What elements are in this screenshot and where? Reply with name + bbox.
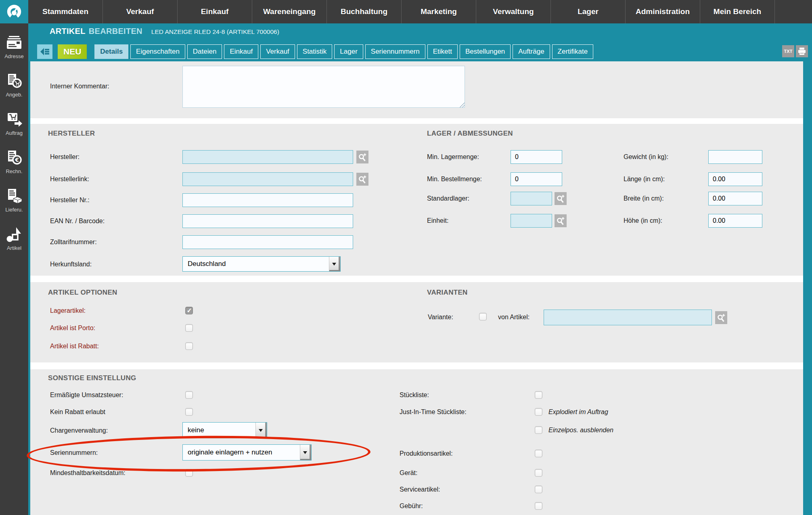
seriennummern-label: Seriennummern:	[50, 449, 98, 456]
nav-item-mein-bereich[interactable]: Mein Bereich	[700, 0, 775, 23]
search-plus-icon	[358, 153, 367, 162]
nav-item-administration[interactable]: Administration	[626, 0, 700, 23]
herstellerlink-input[interactable]	[182, 172, 353, 186]
gauge-logo-icon	[5, 3, 23, 21]
interner-kommentar-textarea[interactable]	[182, 66, 465, 108]
herkunftsland-select[interactable]: Deutschland	[182, 256, 341, 272]
variante-label: Variante:	[428, 314, 453, 321]
address-envelope-icon	[5, 34, 23, 52]
nav-item-verwaltung[interactable]: Verwaltung	[476, 0, 551, 23]
geraet-checkbox[interactable]	[535, 469, 542, 477]
sidebar-item-adresse[interactable]: Adresse	[4, 34, 24, 59]
tab-etikett[interactable]: Etikett	[427, 44, 458, 59]
gewicht-input[interactable]	[708, 150, 762, 164]
print-button[interactable]	[796, 45, 808, 57]
page-title-main: ARTIKEL	[50, 27, 86, 36]
von-artikel-label: von Artikel:	[498, 314, 529, 321]
produktionsartikel-checkbox[interactable]	[535, 450, 542, 457]
min-lagermenge-input[interactable]	[511, 150, 562, 164]
mindesthaltbarkeitsdatum-checkbox[interactable]	[185, 469, 193, 477]
von-artikel-search-button[interactable]	[715, 311, 727, 324]
ean-barcode-input[interactable]	[182, 214, 353, 228]
variante-checkbox[interactable]	[479, 313, 487, 320]
lagerartikel-checkbox[interactable]	[185, 307, 193, 314]
hersteller-nr-input[interactable]	[182, 193, 353, 207]
nav-item-wareneingang[interactable]: Wareneingang	[252, 0, 327, 23]
nav-item-stammdaten[interactable]: Stammdaten	[28, 0, 103, 23]
top-navigation: Stammdaten Verkauf Einkauf Wareneingang …	[0, 0, 812, 23]
seriennummern-select[interactable]: originale einlagern + nutzen	[182, 444, 312, 461]
ermaessigte-umsatzsteuer-label: Ermäßigte Umsatzsteuer:	[50, 391, 123, 399]
sidebar-item-label: Artikel	[7, 245, 21, 251]
einheit-search-button[interactable]	[555, 214, 567, 227]
chargenverwaltung-select[interactable]: keine	[182, 422, 267, 438]
standardlager-label: Standardlager:	[427, 195, 469, 202]
sidebar-item-lieferung[interactable]: Lieferu.	[5, 188, 23, 213]
einzelpos-ausblenden-label: Einzelpos. ausblenden	[548, 427, 613, 434]
tab-bestellungen[interactable]: Bestellungen	[460, 44, 511, 59]
stueckliste-checkbox[interactable]	[535, 391, 542, 399]
nav-item-buchhaltung[interactable]: Buchhaltung	[327, 0, 402, 23]
hoehe-input[interactable]	[708, 214, 762, 228]
herkunftsland-value: Deutschland	[183, 257, 329, 271]
tab-statistik[interactable]: Statistik	[297, 44, 333, 59]
back-arrow-icon	[40, 48, 50, 56]
neu-button[interactable]: NEU	[58, 44, 87, 59]
artikel-ist-rabatt-checkbox[interactable]	[185, 342, 193, 350]
einzelpos-ausblenden-checkbox[interactable]	[535, 426, 542, 434]
nav-item-einkauf[interactable]: Einkauf	[178, 0, 252, 23]
von-artikel-input[interactable]	[544, 310, 712, 325]
tab-eigenschaften[interactable]: Eigenschaften	[130, 44, 185, 59]
toolbar: NEU Details Eigenschaften Dateien Einkau…	[28, 44, 812, 61]
laenge-input[interactable]	[708, 172, 762, 186]
nav-filler	[775, 0, 812, 23]
jit-stueckliste-checkbox[interactable]	[535, 408, 542, 416]
printer-icon	[798, 48, 806, 55]
nav-item-verkauf[interactable]: Verkauf	[103, 0, 178, 23]
hersteller-input[interactable]	[182, 150, 353, 164]
page-title-action: BEARBEITEN	[89, 27, 142, 36]
artikel-ist-porto-checkbox[interactable]	[185, 324, 193, 332]
kein-rabatt-erlaubt-checkbox[interactable]	[185, 408, 193, 416]
tab-zertifikate[interactable]: Zertifikate	[552, 44, 594, 59]
sidebar-item-label: Rechn.	[6, 168, 22, 174]
serviceartikel-checkbox[interactable]	[535, 486, 542, 493]
breite-label: Breite (in cm):	[624, 195, 664, 202]
sidebar-item-artikel[interactable]: Artikel	[5, 226, 23, 251]
tab-verkauf[interactable]: Verkauf	[260, 44, 295, 59]
chevron-down-icon	[303, 451, 307, 454]
tab-details[interactable]: Details	[94, 44, 128, 59]
tab-seriennummern[interactable]: Seriennummern	[365, 44, 425, 59]
back-to-list-button[interactable]	[37, 44, 52, 59]
interner-kommentar-label: Interner Kommentar:	[50, 83, 109, 90]
nav-item-lager[interactable]: Lager	[551, 0, 626, 23]
hersteller-section-title: HERSTELLER	[48, 130, 95, 138]
gebuehr-checkbox[interactable]	[535, 502, 542, 510]
min-bestellmenge-input[interactable]	[511, 172, 562, 186]
zolltarifnummer-input[interactable]	[182, 235, 353, 249]
hersteller-search-button[interactable]	[356, 151, 368, 163]
tab-lager[interactable]: Lager	[334, 44, 363, 59]
produktionsartikel-label: Produktionsartikel:	[400, 450, 453, 457]
sidebar-item-rechnung[interactable]: € Rechn.	[5, 149, 23, 174]
select-arrow-button	[329, 257, 340, 271]
tab-auftraege[interactable]: Aufträge	[513, 44, 550, 59]
txt-export-button[interactable]: TXT	[782, 45, 794, 57]
einheit-input[interactable]	[511, 214, 552, 228]
search-plus-icon	[557, 216, 565, 226]
app-window: Stammdaten Verkauf Einkauf Wareneingang …	[0, 0, 812, 515]
breite-input[interactable]	[708, 192, 762, 205]
sidebar-item-angebot[interactable]: Angeb.	[5, 73, 23, 98]
app-logo[interactable]	[0, 0, 28, 23]
left-sidebar: Adresse Angeb.	[0, 23, 28, 515]
sidebar-item-auftrag[interactable]: Auftrag	[5, 111, 23, 136]
standardlager-search-button[interactable]	[555, 192, 567, 205]
tab-dateien[interactable]: Dateien	[187, 44, 222, 59]
standardlager-input[interactable]	[511, 192, 552, 205]
tab-einkauf[interactable]: Einkauf	[224, 44, 258, 59]
corner-buttons: TXT	[782, 45, 808, 57]
nav-item-marketing[interactable]: Marketing	[402, 0, 476, 23]
ermaessigte-umsatzsteuer-checkbox[interactable]	[185, 391, 193, 399]
herstellerlink-search-button[interactable]	[356, 173, 368, 186]
mindesthaltbarkeitsdatum-label: Mindesthaltbarkeitsdatum:	[50, 469, 126, 477]
